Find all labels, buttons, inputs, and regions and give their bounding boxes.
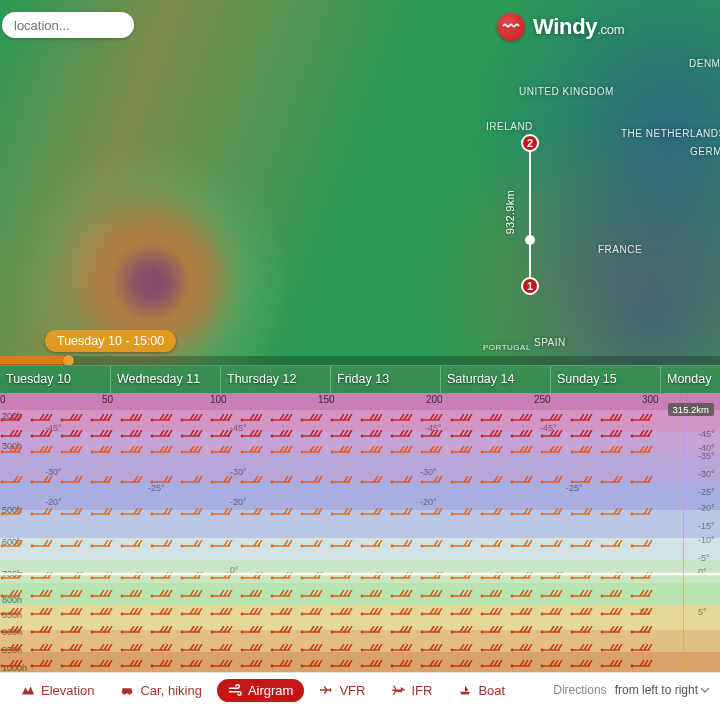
wind-barb-icon [390, 626, 418, 638]
svg-line-1209 [528, 660, 532, 666]
svg-point-1033 [121, 649, 124, 652]
svg-line-429 [74, 508, 78, 514]
brand-logo[interactable]: 〰 Windy.com [497, 13, 624, 41]
svg-line-143 [194, 430, 198, 436]
route-midpoint[interactable] [525, 235, 535, 245]
svg-line-564 [438, 540, 442, 546]
svg-line-505 [644, 508, 648, 514]
svg-point-251 [181, 451, 184, 454]
tool-airgram[interactable]: Airgram [217, 679, 305, 702]
svg-line-127 [108, 430, 112, 436]
wind-barb-row [0, 539, 720, 553]
tool-elevation[interactable]: Elevation [10, 679, 105, 702]
svg-point-1133 [61, 665, 64, 668]
svg-line-1169 [288, 660, 292, 666]
svg-line-119 [40, 430, 44, 436]
day-timeline[interactable]: Tuesday 10Wednesday 11Thursday 12Friday … [0, 365, 720, 393]
timeline-handle[interactable] [63, 355, 74, 365]
svg-point-483 [481, 513, 484, 516]
svg-line-710 [164, 590, 168, 596]
svg-line-565 [434, 540, 438, 546]
svg-line-588 [618, 540, 622, 546]
svg-point-431 [91, 513, 94, 516]
svg-line-169 [340, 430, 344, 436]
directions-select[interactable]: from left to right [615, 683, 710, 697]
svg-line-915 [74, 626, 78, 632]
svg-line-408 [588, 476, 592, 482]
svg-line-851 [340, 608, 344, 614]
wind-barb-icon [60, 540, 88, 552]
svg-line-43 [254, 414, 258, 420]
svg-line-384 [408, 476, 412, 482]
svg-line-1200 [464, 660, 468, 666]
svg-line-806 [70, 608, 74, 614]
day-cell[interactable]: Monday [660, 366, 720, 393]
svg-point-186 [451, 435, 454, 438]
wind-barb-icon [0, 644, 28, 656]
wind-barb-icon [90, 590, 118, 602]
day-cell[interactable]: Tuesday 10 [0, 366, 110, 393]
wind-barb-icon [330, 446, 358, 458]
svg-line-1195 [434, 660, 438, 666]
wind-barb-icon [0, 608, 28, 620]
svg-point-161 [301, 435, 304, 438]
search-input[interactable] [2, 18, 134, 33]
tool-boat[interactable]: Boat [447, 679, 516, 702]
svg-line-880 [524, 608, 528, 614]
day-cell[interactable]: Saturday 14 [440, 366, 550, 393]
svg-line-719 [228, 590, 232, 596]
svg-line-1131 [40, 660, 44, 666]
day-cell[interactable]: Wednesday 11 [110, 366, 220, 393]
svg-line-696 [70, 590, 74, 596]
airgram-chart[interactable]: 050100150200250300 200h300h500h600h700h8… [0, 393, 720, 672]
svg-line-277 [348, 446, 352, 452]
wind-barb-icon [300, 476, 328, 488]
svg-point-583 [571, 545, 574, 548]
tool-car[interactable]: Car, hiking [109, 679, 212, 702]
wind-barb-icon [300, 446, 328, 458]
svg-line-701 [100, 590, 104, 596]
svg-line-12 [78, 414, 82, 420]
day-cell[interactable]: Sunday 15 [550, 366, 660, 393]
svg-line-815 [134, 608, 138, 614]
svg-line-516 [78, 540, 82, 546]
svg-point-11 [61, 419, 64, 422]
svg-point-261 [241, 451, 244, 454]
svg-line-336 [48, 476, 52, 482]
svg-point-206 [571, 435, 574, 438]
svg-point-1203 [481, 665, 484, 668]
wind-barb-icon [480, 446, 508, 458]
svg-line-1064 [318, 644, 322, 650]
svg-line-244 [130, 446, 134, 452]
weather-map[interactable]: 〰 Windy.com UNITED KINGDOMIRELANDTHE NET… [0, 0, 720, 365]
timeline-progress[interactable] [0, 356, 720, 365]
wind-barb-icon [510, 446, 538, 458]
svg-line-789 [648, 590, 652, 596]
svg-line-1125 [14, 660, 18, 666]
svg-line-1089 [468, 644, 472, 650]
day-cell[interactable]: Thursday 12 [220, 366, 330, 393]
small-plane-icon [319, 683, 333, 697]
wind-barb-icon [360, 626, 388, 638]
svg-line-312 [558, 446, 562, 452]
route-waypoint[interactable]: 1 [521, 277, 539, 295]
day-cell[interactable]: Friday 13 [330, 366, 440, 393]
wind-barb-row [0, 507, 720, 521]
svg-line-706 [130, 590, 134, 596]
wind-barb-icon [90, 626, 118, 638]
svg-line-759 [468, 590, 472, 596]
svg-line-1045 [194, 644, 198, 650]
svg-line-133 [134, 430, 138, 436]
svg-line-544 [288, 540, 292, 546]
route-waypoint[interactable]: 2 [521, 134, 539, 152]
svg-line-242 [138, 446, 142, 452]
svg-point-853 [361, 613, 364, 616]
svg-point-579 [541, 545, 544, 548]
tool-vfr[interactable]: VFR [308, 679, 376, 702]
tool-ifr[interactable]: IFR [380, 679, 443, 702]
wind-barb-icon [270, 644, 298, 656]
svg-line-1165 [254, 660, 258, 666]
wind-barb-icon [300, 540, 328, 552]
svg-point-1118 [631, 649, 634, 652]
wind-barb-icon [540, 660, 568, 672]
